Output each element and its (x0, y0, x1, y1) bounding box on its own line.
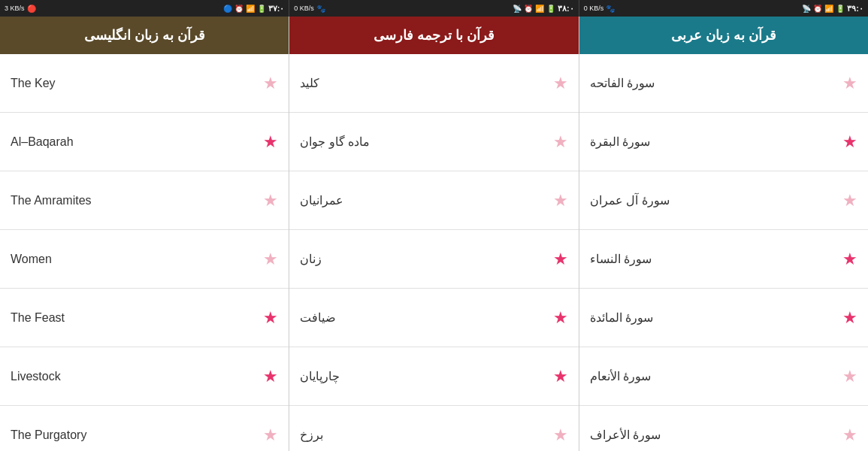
panel-english-header: قرآن به زبان انگلیسی (0, 17, 289, 54)
kb-indicator-2: 0 KB/s (294, 5, 314, 12)
item-label: سورهٔ الأعراف (590, 428, 661, 442)
favorite-star-icon[interactable]: ★ (263, 425, 278, 445)
item-label: Al–Baqarah (11, 135, 74, 149)
item-label: چارپایان (300, 369, 340, 383)
bluetooth-icon-2: 📡 (513, 5, 522, 13)
favorite-star-icon[interactable]: ★ (263, 191, 278, 210)
favorite-star-icon[interactable]: ★ (553, 191, 568, 210)
list-item[interactable]: چارپایان★ (289, 347, 578, 406)
panel-english: قرآن به زبان انگلیسی The Key★Al–Baqarah★… (0, 17, 289, 451)
status-left-3: 0 KB/s 🐾 (584, 5, 615, 13)
item-label: The Amramites (11, 194, 92, 207)
list-item[interactable]: برزخ★ (289, 406, 578, 451)
favorite-star-icon[interactable]: ★ (553, 74, 568, 93)
panel-arabic: قرآن به زبان عربی سورهٔ الفاتحه★سورهٔ ال… (579, 17, 868, 451)
favorite-star-icon[interactable]: ★ (842, 250, 857, 269)
list-item[interactable]: سورهٔ البقرة★ (579, 113, 868, 171)
item-label: سورهٔ آل عمران (590, 193, 670, 207)
kb-indicator-3: 0 KB/s (584, 5, 604, 12)
item-label: سورهٔ الفاتحه (590, 76, 655, 90)
status-right-2: 📡 ⏰ 📶 🔋 ۳۸:۰ (513, 4, 574, 14)
item-label: عمرانیان (300, 193, 343, 207)
favorite-star-icon[interactable]: ★ (842, 308, 857, 328)
item-label: سورهٔ النساء (590, 252, 652, 266)
battery-icon-3: 🔋 (836, 5, 845, 13)
item-label: ماده گاو جوان (300, 135, 370, 149)
list-item[interactable]: Livestock★ (0, 347, 289, 406)
battery-icon-1: 🔋 (257, 5, 266, 13)
battery-icon-2: 🔋 (546, 5, 555, 13)
item-label: برزخ (300, 428, 323, 442)
favorite-star-icon[interactable]: ★ (553, 367, 568, 386)
favorite-star-icon[interactable]: ★ (842, 425, 857, 445)
item-label: The Feast (11, 311, 65, 325)
list-item[interactable]: The Key★ (0, 54, 289, 113)
emoji-1: 🔴 (27, 5, 36, 13)
favorite-star-icon[interactable]: ★ (842, 132, 857, 152)
favorite-star-icon[interactable]: ★ (842, 367, 857, 386)
time-3: ۳۹:۰ (847, 4, 863, 14)
time-1: ۳۷:۰ (268, 4, 285, 14)
panel-persian-title: قرآن با ترجمه فارسی (374, 27, 494, 44)
favorite-star-icon[interactable]: ★ (842, 74, 857, 93)
status-left-1: 3 KB/s 🔴 (5, 5, 36, 13)
bluetooth-icon-3: 📡 (802, 5, 811, 13)
favorite-star-icon[interactable]: ★ (842, 191, 857, 210)
favorite-star-icon[interactable]: ★ (553, 425, 568, 445)
item-label: سورهٔ البقرة (590, 135, 650, 149)
panel-english-list[interactable]: The Key★Al–Baqarah★The Amramites★Women★T… (0, 54, 289, 451)
item-label: سورهٔ المائدة (590, 310, 653, 325)
status-section-3: 0 KB/s 🐾 📡 ⏰ 📶 🔋 ۳۹:۰ (579, 0, 868, 17)
item-label: کلید (300, 76, 319, 90)
list-item[interactable]: عمرانیان★ (289, 171, 578, 230)
list-item[interactable]: زنان★ (289, 230, 578, 289)
item-label: The Key (11, 77, 56, 90)
panel-english-title: قرآن به زبان انگلیسی (84, 27, 205, 44)
list-item[interactable]: ضیافت★ (289, 289, 578, 347)
alarm-icon-2: ⏰ (524, 5, 533, 13)
list-item[interactable]: ماده گاو جوان★ (289, 113, 578, 171)
status-section-2: 0 KB/s 🐾 📡 ⏰ 📶 🔋 ۳۸:۰ (289, 0, 579, 17)
favorite-star-icon[interactable]: ★ (553, 250, 568, 269)
list-item[interactable]: کلید★ (289, 54, 578, 113)
list-item[interactable]: سورهٔ النساء★ (579, 230, 868, 289)
time-2: ۳۸:۰ (558, 4, 574, 14)
favorite-star-icon[interactable]: ★ (263, 308, 278, 328)
status-section-1: 3 KB/s 🔴 🔵 ⏰ 📶 🔋 ۳۷:۰ (0, 0, 289, 17)
favorite-star-icon[interactable]: ★ (553, 132, 568, 152)
signal-icon-3: 📶 (824, 5, 833, 13)
list-item[interactable]: سورهٔ الفاتحه★ (579, 54, 868, 113)
item-label: سورهٔ الأنعام (590, 369, 651, 383)
panels-container: قرآن به زبان انگلیسی The Key★Al–Baqarah★… (0, 17, 868, 451)
panel-arabic-header: قرآن به زبان عربی (579, 17, 868, 54)
favorite-star-icon[interactable]: ★ (553, 308, 568, 328)
panel-persian: قرآن با ترجمه فارسی کلید★ماده گاو جوان★ع… (289, 17, 579, 451)
list-item[interactable]: سورهٔ المائدة★ (579, 289, 868, 347)
bluetooth-icon-1: 🔵 (223, 5, 232, 13)
list-item[interactable]: Al–Baqarah★ (0, 113, 289, 171)
signal-icon-1: 📶 (246, 5, 255, 13)
panel-arabic-title: قرآن به زبان عربی (671, 27, 776, 44)
list-item[interactable]: The Feast★ (0, 289, 289, 347)
list-item[interactable]: سورهٔ الأعراف★ (579, 406, 868, 451)
kb-indicator-1: 3 KB/s (5, 5, 25, 12)
favorite-star-icon[interactable]: ★ (263, 132, 278, 152)
list-item[interactable]: The Purgatory★ (0, 406, 289, 451)
item-label: Women (11, 253, 52, 266)
panel-persian-header: قرآن با ترجمه فارسی (289, 17, 578, 54)
list-item[interactable]: سورهٔ الأنعام★ (579, 347, 868, 406)
list-item[interactable]: The Amramites★ (0, 171, 289, 230)
status-right-1: 🔵 ⏰ 📶 🔋 ۳۷:۰ (223, 4, 285, 14)
status-right-3: 📡 ⏰ 📶 🔋 ۳۹:۰ (802, 4, 863, 14)
favorite-star-icon[interactable]: ★ (263, 367, 278, 386)
alarm-icon-1: ⏰ (234, 5, 243, 13)
item-label: زنان (300, 252, 322, 266)
list-item[interactable]: سورهٔ آل عمران★ (579, 171, 868, 230)
list-item[interactable]: Women★ (0, 230, 289, 289)
panel-persian-list[interactable]: کلید★ماده گاو جوان★عمرانیان★زنان★ضیافت★چ… (289, 54, 578, 451)
item-label: ضیافت (300, 310, 336, 325)
favorite-star-icon[interactable]: ★ (263, 74, 278, 93)
panel-arabic-list[interactable]: سورهٔ الفاتحه★سورهٔ البقرة★سورهٔ آل عمرا… (579, 54, 868, 451)
favorite-star-icon[interactable]: ★ (263, 250, 278, 269)
item-label: Livestock (11, 370, 61, 383)
